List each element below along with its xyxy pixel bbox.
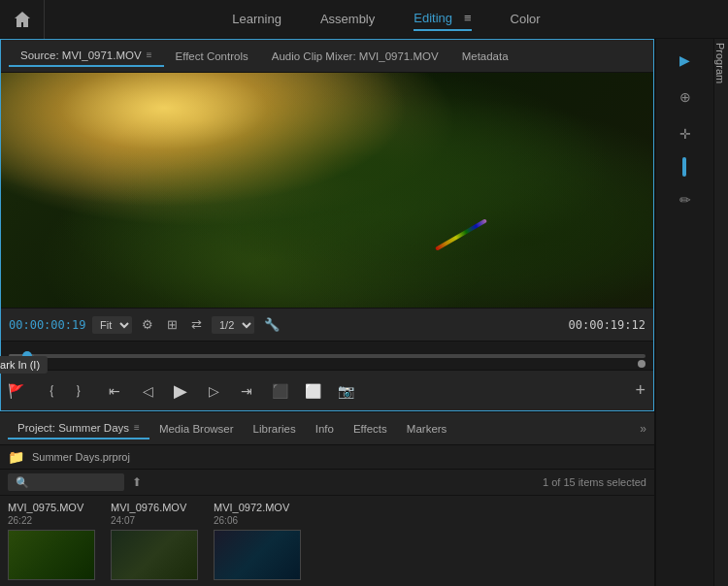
quality-dropdown[interactable]: 1/2: [212, 316, 254, 334]
tab-libraries[interactable]: Libraries: [244, 419, 306, 439]
home-icon: [13, 10, 32, 29]
folder-icon: 📁: [8, 449, 24, 465]
project-menu-icon[interactable]: ≡: [134, 422, 140, 433]
scrubber-bar[interactable]: [1, 341, 653, 370]
list-item[interactable]: MVI_0976.MOV 24:07: [111, 502, 198, 580]
project-search-row: 📁 Summer Days.prproj: [0, 445, 654, 470]
mark-in-button[interactable]: 🚩: [1, 377, 30, 405]
overwrite-button[interactable]: ⬜: [298, 377, 327, 405]
mark-clip-button[interactable]: ｛: [34, 377, 63, 405]
tab-effect-controls[interactable]: Effect Controls: [164, 47, 260, 66]
file-thumb-2: [214, 530, 301, 580]
program-panel: Program: [713, 39, 728, 586]
tab-metadata[interactable]: Metadata: [450, 47, 520, 66]
playback-controls: Mark In (I) 🚩 ｛ ｝ ⇤ ◁ ▶ ▷ ⇥ ⬛ ⬜ 📷 +: [1, 370, 653, 410]
file-duration-2: 26:06: [214, 515, 238, 526]
ripple-tool-button[interactable]: ⊕: [668, 83, 703, 111]
scrubber-end-marker: [638, 360, 645, 368]
source-panel: Source: MVI_0971.MOV ≡ Effect Controls A…: [0, 39, 654, 411]
add-button[interactable]: +: [635, 380, 645, 401]
safe-margins-btn[interactable]: ⊞: [163, 315, 182, 334]
top-nav-bar: Learning Assembly Editing ≡ Color: [0, 0, 728, 39]
fit-dropdown[interactable]: Fit: [92, 316, 132, 334]
settings-icon-btn[interactable]: ⚙: [138, 315, 157, 334]
import-button[interactable]: ⬆: [132, 475, 142, 489]
tool-indicator: [682, 157, 686, 177]
select-tool-button[interactable]: ▶: [668, 47, 703, 74]
step-back-button[interactable]: ◁: [133, 377, 162, 405]
search-input[interactable]: [8, 473, 124, 491]
timecode-current: 00:00:00:19: [9, 318, 86, 332]
list-item[interactable]: MVI_0972.MOV 26:06: [214, 502, 301, 580]
source-menu-icon[interactable]: ≡: [147, 49, 152, 60]
video-frame: [1, 73, 653, 308]
transport-controls-btn[interactable]: ⇄: [187, 315, 206, 334]
main-layout: Source: MVI_0971.MOV ≡ Effect Controls A…: [0, 39, 728, 586]
editing-menu-icon[interactable]: ≡: [464, 11, 472, 25]
video-overlay: [1, 73, 653, 308]
tab-media-browser[interactable]: Media Browser: [149, 419, 244, 439]
tab-editing[interactable]: Editing ≡: [414, 7, 471, 31]
move-tool-button[interactable]: ✛: [668, 120, 703, 147]
bottom-panels: Project: Summer Days ≡ Media Browser Lib…: [0, 411, 654, 586]
file-name-1: MVI_0976.MOV: [111, 502, 186, 513]
tab-assembly[interactable]: Assembly: [320, 8, 375, 30]
program-tab-label[interactable]: Program: [714, 39, 728, 87]
tab-audio-clip-mixer[interactable]: Audio Clip Mixer: MVI_0971.MOV: [260, 47, 450, 66]
home-button[interactable]: [0, 0, 45, 39]
mark-in-container: Mark In (I) 🚩: [1, 377, 30, 405]
nav-tabs: Learning Assembly Editing ≡ Color: [45, 7, 728, 31]
project-tabs: Project: Summer Days ≡ Media Browser Lib…: [0, 412, 654, 445]
video-preview: [1, 73, 653, 308]
file-duration-0: 26:22: [8, 515, 32, 526]
source-panel-tabs: Source: MVI_0971.MOV ≡ Effect Controls A…: [1, 40, 653, 73]
tooltip-mark-in: Mark In (I): [0, 356, 48, 374]
export-frame-button[interactable]: 📷: [331, 377, 360, 405]
pen-tool-button[interactable]: ✏: [668, 186, 703, 213]
file-thumb-0: [8, 530, 95, 580]
tab-project[interactable]: Project: Summer Days ≡: [8, 418, 149, 440]
project-file-name: Summer Days.prproj: [32, 451, 130, 463]
thumb-bg-2: [215, 531, 300, 579]
thumb-bg-0: [9, 531, 94, 579]
project-panel: Project: Summer Days ≡ Media Browser Lib…: [0, 411, 654, 586]
tab-learning[interactable]: Learning: [232, 8, 281, 30]
file-list: MVI_0975.MOV 26:22 MVI_0976.MOV 24:07: [0, 496, 654, 586]
step-forward-button[interactable]: ▷: [199, 377, 228, 405]
file-duration-1: 24:07: [111, 515, 135, 526]
thumb-bg-1: [112, 531, 197, 579]
tab-source[interactable]: Source: MVI_0971.MOV ≡: [9, 46, 164, 67]
go-to-out-button[interactable]: ⇥: [232, 377, 261, 405]
play-button[interactable]: ▶: [166, 377, 195, 405]
right-tools-panel: ▶ ⊕ ✛ ✏: [655, 39, 713, 586]
mark-out-button[interactable]: ｝: [67, 377, 96, 405]
left-panel: Source: MVI_0971.MOV ≡ Effect Controls A…: [0, 39, 655, 586]
file-name-2: MVI_0972.MOV: [214, 502, 289, 513]
tab-info[interactable]: Info: [306, 419, 344, 439]
timecode-duration: 00:00:19:12: [569, 318, 645, 332]
tab-markers[interactable]: Markers: [397, 419, 457, 439]
file-thumb-1: [111, 530, 198, 580]
tab-effects[interactable]: Effects: [344, 419, 397, 439]
go-to-in-button[interactable]: ⇤: [100, 377, 129, 405]
file-name-0: MVI_0975.MOV: [8, 502, 83, 513]
project-search-tools: ⬆ 1 of 15 items selected: [0, 470, 654, 496]
item-count-label: 1 of 15 items selected: [543, 476, 646, 488]
insert-button[interactable]: ⬛: [265, 377, 294, 405]
panel-overflow-btn[interactable]: »: [640, 422, 646, 436]
timecode-bar: 00:00:00:19 Fit ⚙ ⊞ ⇄ 1/2 🔧 00:00:19:12: [1, 308, 653, 341]
list-item[interactable]: MVI_0975.MOV 26:22: [8, 502, 95, 580]
tab-color[interactable]: Color: [511, 8, 541, 30]
scrubber-track[interactable]: [9, 354, 645, 358]
wrench-icon-btn[interactable]: 🔧: [260, 315, 283, 334]
